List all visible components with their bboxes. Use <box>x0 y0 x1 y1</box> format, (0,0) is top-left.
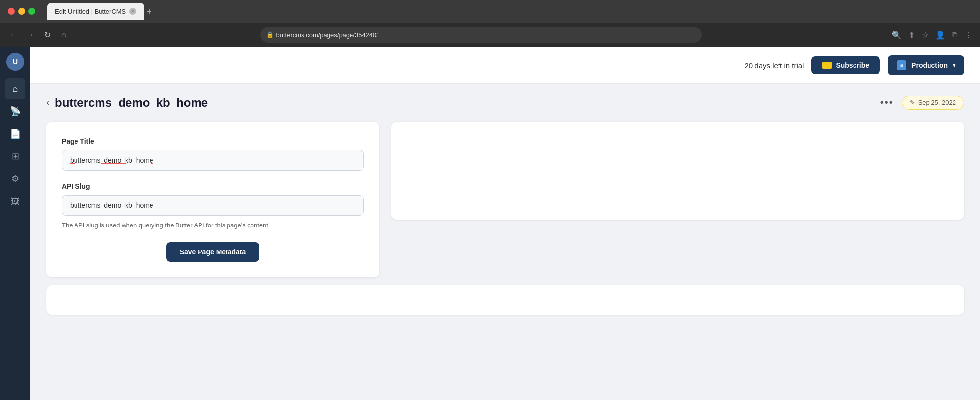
production-label: Production <box>911 61 948 69</box>
bookmark-icon[interactable]: ☆ <box>922 30 929 40</box>
sidebar-item-home[interactable]: ⌂ <box>5 78 25 99</box>
blog-icon: 📡 <box>10 106 21 117</box>
subscribe-label: Subscribe <box>836 61 869 69</box>
sidebar-item-collections[interactable]: ⊞ <box>5 146 25 167</box>
browser-chrome: Edit Untitled | ButterCMS ✕ + ← → ↻ ⌂ 🔒 … <box>0 0 980 47</box>
collections-icon: ⊞ <box>12 151 19 162</box>
ssl-lock-icon: 🔒 <box>266 31 274 38</box>
right-panel <box>391 122 964 220</box>
sidebar-item-settings[interactable]: ⚙ <box>5 169 25 189</box>
home-icon: ⌂ <box>13 84 18 94</box>
subscribe-button[interactable]: Subscribe <box>811 56 880 74</box>
extensions-icon[interactable]: ⧉ <box>952 30 957 39</box>
content-grid: Page Title API Slug The API slug is used… <box>46 122 964 277</box>
browser-toolbar-icons: 🔍 ⬆ ☆ 👤 ⧉ ⋮ <box>892 30 972 40</box>
api-slug-input[interactable] <box>62 195 364 216</box>
api-slug-hint: The API slug is used when querying the B… <box>62 221 364 230</box>
tab-close-button[interactable]: ✕ <box>129 8 136 15</box>
tab-title: Edit Untitled | ButterCMS <box>55 8 126 15</box>
back-button[interactable]: ‹ <box>46 98 49 108</box>
main-content: 20 days left in trial Subscribe ≡ Produc… <box>30 47 980 400</box>
sidebar-item-blog[interactable]: 📡 <box>5 101 25 122</box>
avatar-text: U <box>13 58 18 66</box>
production-button[interactable]: ≡ Production ▾ <box>888 55 964 75</box>
date-label: Sep 25, 2022 <box>918 99 956 106</box>
pages-icon: 📄 <box>10 128 21 139</box>
minimize-window-button[interactable] <box>18 8 25 15</box>
traffic-lights <box>8 8 35 15</box>
page-actions: ••• ✎ Sep 25, 2022 <box>880 96 964 110</box>
home-nav-button[interactable]: ⌂ <box>58 30 70 39</box>
chevron-down-icon: ▾ <box>953 62 955 69</box>
sidebar-item-pages[interactable]: 📄 <box>5 124 25 144</box>
media-icon: 🖼 <box>11 197 20 207</box>
save-page-metadata-button[interactable]: Save Page Metadata <box>166 242 260 262</box>
page-title-label: Page Title <box>62 137 364 145</box>
back-nav-button[interactable]: ← <box>8 30 20 39</box>
more-options-button[interactable]: ••• <box>880 97 894 108</box>
browser-tab-active[interactable]: Edit Untitled | ButterCMS ✕ <box>47 3 144 20</box>
forward-nav-button[interactable]: → <box>25 30 36 39</box>
subscribe-icon <box>822 62 832 69</box>
api-slug-label: API Slug <box>62 182 364 190</box>
trial-text: 20 days left in trial <box>745 61 804 70</box>
pencil-icon: ✎ <box>910 99 915 106</box>
gear-icon: ⚙ <box>11 174 19 184</box>
app-header: 20 days left in trial Subscribe ≡ Produc… <box>30 47 980 84</box>
page-content: ‹ buttercms_demo_kb_home ••• ✎ Sep 25, 2… <box>30 84 980 400</box>
production-icon: ≡ <box>897 60 906 70</box>
date-badge: ✎ Sep 25, 2022 <box>902 96 964 110</box>
app-layout: U ⌂ 📡 📄 ⊞ ⚙ 🖼 20 days left in trial Subs… <box>0 47 980 400</box>
sidebar: U ⌂ 📡 📄 ⊞ ⚙ 🖼 <box>0 47 30 400</box>
bottom-bar <box>46 285 964 315</box>
page-title-row: ‹ buttercms_demo_kb_home <box>46 96 208 110</box>
avatar[interactable]: U <box>6 53 24 71</box>
address-bar[interactable]: 🔒 buttercms.com/pages/page/354240/ <box>260 27 702 43</box>
upload-icon[interactable]: ⬆ <box>908 30 915 40</box>
maximize-window-button[interactable] <box>28 8 35 15</box>
sidebar-item-media[interactable]: 🖼 <box>5 191 25 212</box>
more-browser-icon[interactable]: ⋮ <box>964 30 972 40</box>
page-title-group: Page Title <box>62 137 364 171</box>
profile-icon[interactable]: 👤 <box>935 30 945 40</box>
new-tab-button[interactable]: + <box>146 6 152 18</box>
api-slug-group: API Slug The API slug is used when query… <box>62 182 364 230</box>
close-window-button[interactable] <box>8 8 15 15</box>
form-card: Page Title API Slug The API slug is used… <box>46 122 379 277</box>
browser-toolbar: ← → ↻ ⌂ 🔒 buttercms.com/pages/page/35424… <box>0 23 980 47</box>
page-title-input[interactable] <box>62 150 364 171</box>
page-title: buttercms_demo_kb_home <box>55 96 208 110</box>
browser-titlebar: Edit Untitled | ButterCMS ✕ + <box>0 0 980 23</box>
page-header: ‹ buttercms_demo_kb_home ••• ✎ Sep 25, 2… <box>46 96 964 110</box>
refresh-nav-button[interactable]: ↻ <box>41 30 53 40</box>
search-browser-icon[interactable]: 🔍 <box>892 30 902 40</box>
tab-bar: Edit Untitled | ButterCMS ✕ + <box>47 3 972 20</box>
url-text: buttercms.com/pages/page/354240/ <box>276 31 378 39</box>
